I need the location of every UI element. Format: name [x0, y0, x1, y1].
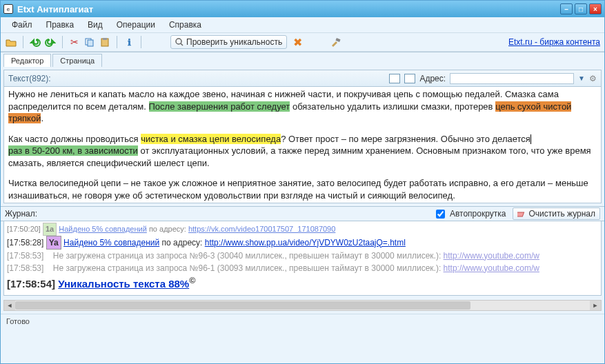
- close-button[interactable]: ×: [589, 3, 602, 14]
- journal-row: [17:58:53] Не загружена страница из запр…: [7, 262, 598, 274]
- redo-icon[interactable]: [44, 36, 57, 48]
- titlebar: e Etxt Антиплагиат – □ ×: [1, 1, 604, 17]
- window-buttons: – □ ×: [560, 3, 602, 14]
- autoscroll-label: Автопрокрутка: [450, 209, 506, 219]
- journal-body: [17:50:20] 1a Найдено 5% совпадений по а…: [3, 221, 602, 296]
- hammer-icon[interactable]: [330, 36, 342, 48]
- editor-header: Текст(892): Адрес: ▼ ⚙: [4, 70, 601, 87]
- maximize-button[interactable]: □: [575, 3, 587, 14]
- journal-row: [17:58:53] Не загружена страница из запр…: [7, 250, 598, 262]
- search-icon: [175, 38, 184, 46]
- app-window: e Etxt Антиплагиат – □ × Файл Правка Вид…: [0, 0, 605, 364]
- layout1-icon[interactable]: [389, 74, 400, 83]
- url-link[interactable]: http://www.youtube.com/w: [444, 251, 539, 261]
- paste-icon[interactable]: [99, 36, 111, 48]
- address-input[interactable]: [450, 73, 574, 84]
- minimize-button[interactable]: –: [560, 3, 573, 14]
- separator: [23, 36, 23, 48]
- text-count-label: Текст(892):: [8, 74, 51, 83]
- clear-label: Очистить журнал: [528, 209, 595, 219]
- scroll-thumb[interactable]: [15, 301, 470, 310]
- horizontal-scrollbar[interactable]: ◄ ►: [3, 300, 602, 311]
- journal-header: Журнал: Автопрокрутка Очистить журнал: [1, 206, 604, 221]
- text: Не загружена страница из запроса №96-3 (…: [53, 251, 444, 261]
- tab-page[interactable]: Страница: [52, 54, 102, 67]
- menu-file[interactable]: Файл: [6, 19, 38, 31]
- separator: [62, 36, 63, 48]
- match-link[interactable]: Найдено 5% совпадений: [63, 238, 159, 247]
- address-label: Адрес:: [419, 74, 446, 83]
- highlight-green: После завершения работ следует: [149, 101, 290, 112]
- text: Как часто должны проводиться: [8, 134, 141, 144]
- svg-rect-6: [336, 38, 341, 42]
- clear-journal-button[interactable]: Очистить журнал: [513, 208, 600, 220]
- svg-rect-3: [103, 38, 107, 40]
- journal-result-row: [17:58:54] Уникальность текста 88%©: [7, 274, 598, 292]
- status-text: Готово: [6, 317, 30, 325]
- svg-point-4: [176, 39, 181, 44]
- statusbar: Готово: [1, 314, 604, 327]
- tab-editor[interactable]: Редактор: [3, 54, 51, 67]
- timestamp: [17:58:53]: [7, 251, 43, 261]
- url-link[interactable]: http://www.show.pp.ua/video/YjVDYW0zU2ta…: [205, 238, 406, 247]
- info-icon[interactable]: ℹ: [123, 36, 135, 48]
- editor-panel: Текст(892): Адрес: ▼ ⚙ Нужно не лениться…: [3, 70, 602, 203]
- autoscroll-input[interactable]: [436, 210, 445, 219]
- check-uniqueness-button[interactable]: Проверить уникальность: [170, 35, 287, 49]
- layout2-icon[interactable]: [404, 74, 415, 83]
- toolbar: ✂ ℹ Проверить уникальность ✖ Etxt.ru - б…: [1, 32, 604, 52]
- menu-view[interactable]: Вид: [82, 19, 108, 31]
- timestamp: [17:58:54]: [7, 278, 55, 290]
- text: обязательно удалить излишки смазки, прот…: [290, 101, 495, 112]
- journal-row: [17:50:20] 1a Найдено 5% совпадений по а…: [7, 223, 598, 236]
- text: .: [41, 113, 43, 123]
- url-link[interactable]: https://vk.com/video170017507_171087090: [188, 225, 335, 233]
- open-icon[interactable]: [5, 36, 17, 48]
- separator: [141, 36, 141, 48]
- journal-row: [17:58:28] Ya Найдено 5% совпадений по а…: [7, 236, 598, 250]
- tab-strip: Редактор Страница: [1, 52, 604, 67]
- window-title: Etxt Антиплагиат: [17, 4, 560, 14]
- menu-help[interactable]: Справка: [163, 19, 207, 31]
- engine-tag: 1a: [43, 223, 57, 236]
- match-link[interactable]: Найдено 5% совпадений: [59, 225, 147, 233]
- text-cursor: [530, 134, 531, 144]
- gear-icon[interactable]: ⚙: [589, 74, 597, 83]
- separator: [117, 36, 117, 48]
- text: по адресу:: [159, 238, 205, 247]
- engine-tag: Ya: [46, 236, 61, 250]
- svg-line-5: [181, 43, 183, 46]
- timestamp: [17:50:20]: [7, 225, 41, 233]
- app-icon: e: [3, 4, 13, 14]
- copyright-mark: ©: [189, 276, 195, 285]
- text: по адресу:: [147, 225, 188, 233]
- svg-rect-1: [88, 40, 93, 46]
- text: Не загружена страница из запроса №96-1 (…: [53, 263, 444, 273]
- stop-icon[interactable]: ✖: [291, 36, 304, 48]
- dropdown-icon[interactable]: ▼: [578, 74, 585, 82]
- url-link[interactable]: http://www.youtube.com/w: [444, 263, 539, 273]
- autoscroll-checkbox[interactable]: Автопрокрутка: [433, 208, 506, 221]
- scroll-right-icon[interactable]: ►: [590, 301, 601, 310]
- journal-label: Журнал:: [5, 209, 37, 219]
- menu-ops[interactable]: Операции: [111, 19, 161, 31]
- etxt-link[interactable]: Etxt.ru - биржа контента: [508, 37, 600, 47]
- scroll-left-icon[interactable]: ◄: [4, 301, 15, 310]
- highlight-yellow: чистка и смазка цепи велосипеда: [141, 134, 281, 144]
- undo-icon[interactable]: [29, 36, 41, 48]
- timestamp: [17:58:28]: [7, 238, 43, 247]
- highlight-green: раз в 50-200 км, в зависимости: [8, 145, 138, 156]
- editor-text[interactable]: Нужно не лениться и капать масло на кажд…: [4, 87, 601, 203]
- cut-icon[interactable]: ✂: [68, 36, 81, 48]
- svg-rect-7: [517, 212, 524, 216]
- uniqueness-result-link[interactable]: Уникальность текста 88%: [58, 278, 189, 290]
- text: Чистка велосипедной цепи – не такое уж с…: [8, 177, 597, 201]
- check-label: Проверить уникальность: [186, 37, 282, 47]
- copy-icon[interactable]: [83, 36, 96, 48]
- eraser-icon: [517, 210, 526, 218]
- menubar: Файл Правка Вид Операции Справка: [1, 17, 604, 32]
- text: ? Ответ прост – по мере загрязнения. Обы…: [281, 134, 530, 144]
- menu-edit[interactable]: Правка: [41, 19, 80, 31]
- timestamp: [17:58:53]: [7, 263, 43, 273]
